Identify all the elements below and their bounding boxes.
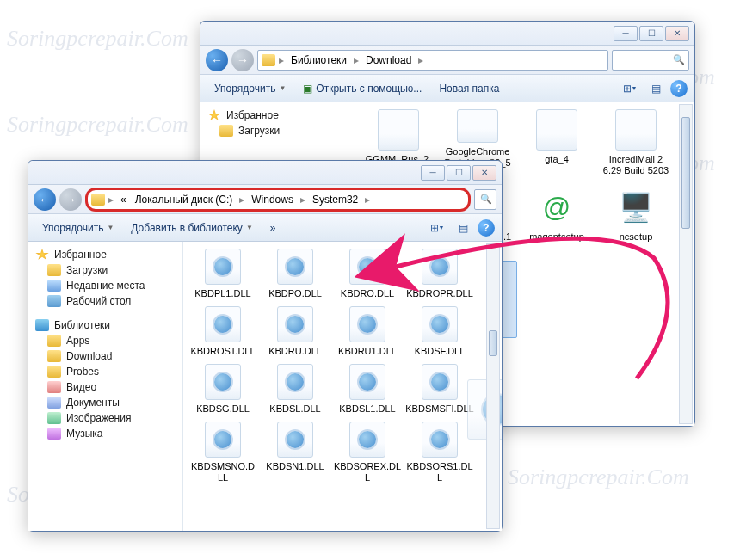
- search-input[interactable]: 🔍: [474, 189, 496, 210]
- file-item[interactable]: 🖥️ncsetup: [596, 183, 675, 261]
- file-item[interactable]: KBDSORS1.DLL: [404, 418, 476, 487]
- breadcrumb-highlighted[interactable]: ▸ « Локальный диск (C:) ▸ Windows ▸ Syst…: [85, 188, 471, 212]
- scrollbar-vertical[interactable]: [486, 243, 500, 529]
- breadcrumb-item[interactable]: Windows: [248, 194, 297, 206]
- folder-icon: [47, 366, 61, 378]
- star-icon: [35, 249, 49, 261]
- file-item[interactable]: KBDSN1.DLL: [259, 418, 331, 487]
- file-item[interactable]: KBDRO.DLL: [331, 245, 404, 303]
- file-label: KBDROPR.DLL: [406, 288, 473, 299]
- maximize-button[interactable]: ☐: [639, 26, 663, 41]
- sidebar-favorites[interactable]: Избранное: [32, 247, 179, 262]
- forward-button[interactable]: →: [59, 188, 82, 211]
- breadcrumb[interactable]: ▸ Библиотеки ▸ Download ▸: [257, 50, 608, 71]
- sidebar-download[interactable]: Download: [32, 348, 179, 364]
- file-label: KBDSMSNO.DLL: [188, 461, 257, 483]
- explorer-window-system32: ─ ☐ ✕ ← → ▸ « Локальный диск (C:) ▸ Wind…: [28, 160, 503, 532]
- file-item[interactable]: KBDSL1.DLL: [331, 360, 404, 418]
- gear-icon: [214, 316, 231, 333]
- gear-icon: [359, 258, 376, 275]
- file-label: KBDPL1.DLL: [194, 288, 250, 299]
- sidebar-downloads[interactable]: Загрузки: [32, 262, 179, 278]
- file-item[interactable]: gta_4: [517, 106, 596, 183]
- star-icon: [207, 109, 221, 121]
- file-label: KBDSN1.DLL: [266, 461, 324, 472]
- toolbar: Упорядочить▼ ▣Открыть с помощью... Новая…: [200, 75, 694, 102]
- open-with-button[interactable]: ▣Открыть с помощью...: [296, 79, 429, 98]
- sidebar-desktop[interactable]: Рабочий стол: [32, 293, 179, 309]
- back-button[interactable]: ←: [206, 49, 228, 71]
- watermark: Soringpcrepair.Com: [508, 465, 689, 490]
- file-item[interactable]: KBDRU.DLL: [259, 303, 331, 360]
- file-item[interactable]: KBDSMSFI.DLL: [404, 360, 476, 418]
- file-item[interactable]: KBDRU1.DLL: [331, 303, 404, 360]
- scrollbar-vertical[interactable]: [679, 104, 693, 424]
- document-icon: [47, 397, 61, 409]
- file-item[interactable]: KBDSMSNO.DLL: [187, 418, 259, 487]
- add-to-library-menu[interactable]: Добавить в библиотеку▼: [124, 218, 259, 237]
- file-item[interactable]: KBDSF.DLL: [404, 303, 476, 360]
- sidebar-images[interactable]: Изображения: [32, 410, 179, 426]
- gear-icon: [359, 431, 376, 448]
- help-button[interactable]: ?: [670, 80, 688, 97]
- share-menu[interactable]: »: [263, 218, 283, 237]
- back-button[interactable]: ←: [34, 188, 56, 211]
- file-item[interactable]: KBDSG.DLL: [187, 360, 259, 418]
- file-label: KBDSOREX.DLL: [333, 461, 402, 483]
- titlebar[interactable]: ─ ☐ ✕: [28, 161, 502, 185]
- view-menu[interactable]: ⊞▼: [426, 218, 448, 237]
- file-item[interactable]: KBDSL.DLL: [259, 360, 331, 418]
- minimize-button[interactable]: ─: [421, 165, 445, 181]
- sidebar-video[interactable]: Видео: [32, 379, 179, 395]
- sidebar-documents[interactable]: Документы: [32, 395, 179, 410]
- sidebar-apps[interactable]: Apps: [32, 333, 179, 348]
- sidebar-probes[interactable]: Probes: [32, 364, 179, 379]
- file-item[interactable]: KBDROPR.DLL: [404, 245, 476, 303]
- gear-icon: [214, 431, 231, 448]
- folder-icon: [47, 335, 61, 347]
- file-item[interactable]: IncrediMail 2 6.29 Build 5203: [596, 106, 675, 183]
- file-item[interactable]: @magentsetup: [517, 183, 596, 261]
- close-button[interactable]: ✕: [665, 26, 689, 41]
- new-folder-button[interactable]: Новая папка: [432, 79, 506, 98]
- file-item[interactable]: KBDSOREX.DLL: [331, 418, 404, 487]
- breadcrumb-item[interactable]: Локальный диск (C:): [132, 194, 237, 206]
- sidebar-libraries[interactable]: Библиотеки: [32, 317, 179, 333]
- search-icon: 🔍: [673, 54, 685, 65]
- breadcrumb-item[interactable]: Библиотеки: [287, 54, 350, 66]
- breadcrumb-sep: ▸: [107, 194, 115, 206]
- forward-button[interactable]: →: [231, 49, 254, 71]
- breadcrumb-item[interactable]: Download: [362, 54, 415, 66]
- organize-menu[interactable]: Упорядочить▼: [207, 79, 293, 98]
- gear-icon: [431, 373, 448, 391]
- music-icon: [47, 428, 61, 440]
- breadcrumb-sep: ▸: [299, 194, 307, 206]
- file-label: KBDSG.DLL: [196, 403, 250, 415]
- sidebar-favorites[interactable]: Избранное: [204, 108, 351, 123]
- file-item[interactable]: KBDPO.DLL: [259, 245, 331, 303]
- gear-icon: [359, 373, 376, 391]
- preview-pane-button[interactable]: ▤: [452, 218, 474, 237]
- minimize-button[interactable]: ─: [614, 26, 638, 41]
- file-item[interactable]: KBDROST.DLL: [187, 303, 259, 360]
- file-pane[interactable]: KBDPL1.DLLKBDPO.DLLKBDRO.DLLKBDROPR.DLLK…: [183, 242, 502, 531]
- maximize-button[interactable]: ☐: [447, 165, 471, 181]
- video-icon: [47, 381, 61, 393]
- breadcrumb-sep: ▸: [277, 54, 286, 66]
- file-item[interactable]: KBDPL1.DLL: [187, 245, 259, 303]
- gear-icon: [431, 431, 448, 448]
- file-label: KBDSL.DLL: [269, 403, 320, 415]
- sidebar-downloads[interactable]: Загрузки: [204, 123, 351, 138]
- help-button[interactable]: ?: [478, 219, 495, 237]
- preview-pane-button[interactable]: ▤: [644, 79, 667, 98]
- view-menu[interactable]: ⊞▼: [619, 79, 641, 98]
- organize-menu[interactable]: Упорядочить▼: [35, 218, 120, 237]
- gear-icon: [287, 258, 304, 275]
- search-input[interactable]: 🔍: [612, 50, 689, 71]
- titlebar[interactable]: ─ ☐ ✕: [200, 22, 694, 46]
- file-label: KBDRU1.DLL: [338, 346, 397, 357]
- sidebar-music[interactable]: Музыка: [32, 426, 179, 441]
- sidebar-recent[interactable]: Недавние места: [32, 278, 179, 293]
- close-button[interactable]: ✕: [472, 165, 496, 181]
- breadcrumb-item[interactable]: System32: [309, 194, 361, 206]
